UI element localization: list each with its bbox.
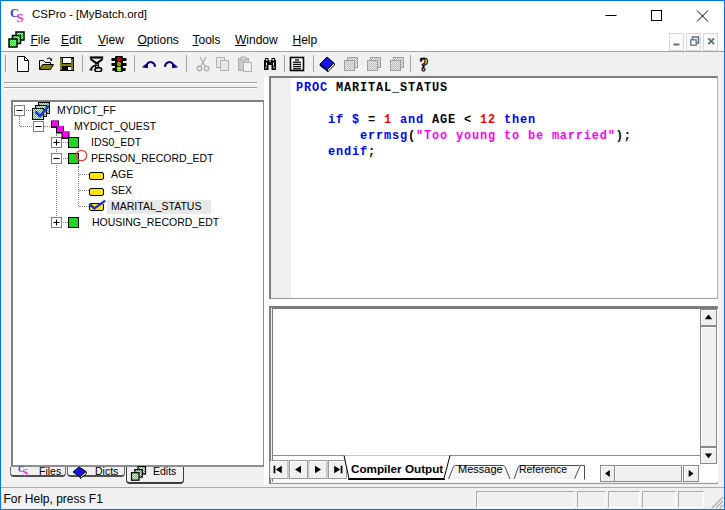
svg-text:?: ? xyxy=(420,56,429,72)
